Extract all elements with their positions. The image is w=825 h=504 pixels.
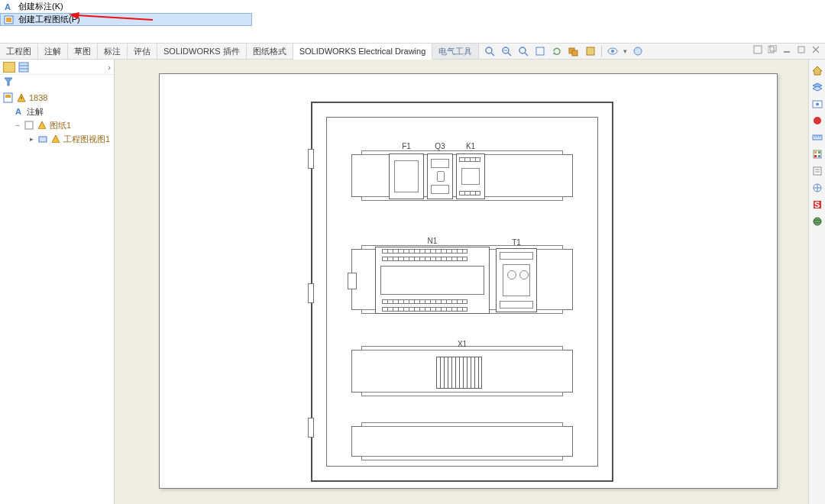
device-n1: N1 [375, 247, 490, 314]
tree-annotations[interactable]: A 注解 [3, 105, 111, 118]
svg-line-6 [491, 53, 494, 56]
tab-evaluate[interactable]: 评估 [128, 44, 157, 60]
workspace: › 1838 A 注解 – 图纸1 ▸ [0, 60, 825, 504]
zoom-area-icon[interactable] [534, 45, 546, 57]
task-pane: S [808, 60, 825, 504]
svg-rect-24 [798, 47, 804, 53]
rail-flange [361, 392, 563, 396]
svg-rect-38 [39, 137, 47, 142]
ctx-item-label: 创建标注(K) [18, 1, 63, 12]
sheet-icon [24, 120, 34, 131]
screenshot-icon[interactable] [811, 98, 823, 110]
globe-icon[interactable] [811, 215, 823, 228]
ctx-create-annotation[interactable]: A 创建标注(K) [0, 0, 252, 13]
display-style-icon[interactable] [568, 45, 580, 57]
tab-drawing[interactable]: 工程图 [0, 44, 38, 60]
zoom-prev-icon[interactable] [517, 45, 529, 57]
backplate: F1 Q3 K1 [326, 117, 598, 467]
tab-dimension[interactable]: 标注 [98, 44, 128, 60]
terminal-block-x1 [436, 357, 482, 389]
tree-sheet[interactable]: – 图纸1 [3, 118, 111, 132]
annotation-a-icon: A [3, 2, 15, 12]
device-label: N1 [376, 237, 489, 245]
win-maximize-icon[interactable] [795, 44, 807, 55]
svg-rect-51 [814, 151, 817, 153]
zoom-window-icon[interactable] [484, 45, 496, 57]
rail-endcap [348, 273, 357, 289]
drawing-canvas[interactable]: F1 Q3 K1 [115, 60, 808, 504]
svg-rect-54 [818, 155, 820, 157]
svg-rect-21 [768, 47, 774, 53]
funnel-icon[interactable] [3, 76, 14, 87]
hide-show-icon[interactable] [607, 45, 619, 57]
tab-addins[interactable]: SOLIDWORKS 插件 [157, 44, 247, 60]
svg-point-5 [486, 47, 492, 53]
chevron-right-icon[interactable]: › [108, 63, 111, 72]
fm-tab-props-icon[interactable] [18, 62, 29, 73]
drawing-sheet: F1 Q3 K1 [159, 73, 778, 489]
tree-label: 工程图视图1 [63, 134, 110, 145]
tree-root[interactable]: 1838 [3, 91, 111, 105]
tab-elec-tools[interactable]: 电气工具 [432, 44, 479, 60]
expand-toggle-icon[interactable]: ▸ [28, 135, 35, 143]
sw-cube-icon[interactable]: S [811, 199, 823, 211]
context-menu: A 创建标注(K) 创建工程图纸(P) [0, 0, 252, 26]
tab-sheetfmt[interactable]: 图纸格式 [247, 44, 293, 60]
svg-marker-40 [813, 66, 822, 75]
din-rail-1: F1 Q3 K1 [351, 154, 573, 197]
svg-rect-52 [818, 151, 820, 153]
warning-icon [37, 120, 47, 131]
win-minimize-icon[interactable] [781, 44, 793, 55]
svg-line-11 [525, 53, 528, 56]
rail-flange [361, 422, 563, 427]
ctx-create-drawing[interactable]: 创建工程图纸(P) [0, 13, 252, 26]
hinge-icon [308, 283, 314, 303]
layers-icon[interactable] [811, 81, 823, 93]
annotation-a-icon: A [14, 106, 24, 117]
rotate-icon[interactable] [551, 45, 563, 57]
tree-root-label: 1838 [29, 93, 47, 102]
device-label: T1 [497, 238, 536, 247]
svg-line-8 [508, 53, 511, 56]
device-q3: Q3 [427, 153, 453, 199]
device-f1: F1 [389, 153, 424, 199]
dropdown-caret-icon[interactable]: ▾ [623, 47, 627, 55]
tab-sw-electrical[interactable]: SOLIDWORKS Electrical Drawing [293, 44, 433, 60]
separator [601, 46, 602, 57]
tab-sketch[interactable]: 草图 [68, 44, 98, 60]
drawing-sheet-icon [3, 15, 15, 25]
fm-tab-tree-icon[interactable] [3, 62, 15, 73]
svg-text:A: A [15, 107, 21, 116]
home-icon[interactable] [811, 64, 823, 76]
svg-rect-15 [572, 50, 578, 56]
ribbon-tabbar: 工程图 注解 草图 标注 评估 SOLIDWORKS 插件 图纸格式 SOLID… [0, 43, 825, 60]
zoom-fit-icon[interactable] [500, 45, 513, 57]
ruler-icon[interactable] [811, 131, 823, 144]
compass-icon[interactable] [811, 182, 823, 194]
svg-text:A: A [5, 2, 11, 11]
collapse-toggle-icon[interactable]: – [14, 121, 21, 129]
section-icon[interactable] [584, 45, 597, 57]
tree-view[interactable]: ▸ 工程图视图1 [3, 132, 111, 146]
svg-point-63 [814, 218, 821, 225]
rail-flange [361, 456, 563, 460]
drawing-doc-icon [3, 92, 14, 103]
palette-icon[interactable] [811, 148, 823, 160]
feature-tree: 1838 A 注解 – 图纸1 ▸ 工程图视图1 [0, 89, 114, 147]
window-controls [752, 44, 822, 55]
win-cascade-icon[interactable] [766, 44, 778, 55]
hinge-icon [308, 149, 314, 169]
note-icon[interactable] [811, 165, 823, 177]
device-t1: T1 [496, 248, 537, 312]
device-k1: K1 [456, 153, 485, 199]
tab-annotate[interactable]: 注解 [38, 44, 68, 60]
svg-point-18 [611, 50, 614, 53]
device-label: F1 [390, 142, 423, 150]
appearance-icon[interactable] [632, 45, 644, 57]
win-close-icon[interactable] [810, 44, 822, 55]
svg-marker-30 [5, 78, 12, 86]
win-new-icon[interactable] [752, 44, 764, 55]
svg-rect-2 [6, 18, 11, 22]
color-icon[interactable] [811, 115, 823, 127]
svg-rect-53 [814, 155, 817, 157]
